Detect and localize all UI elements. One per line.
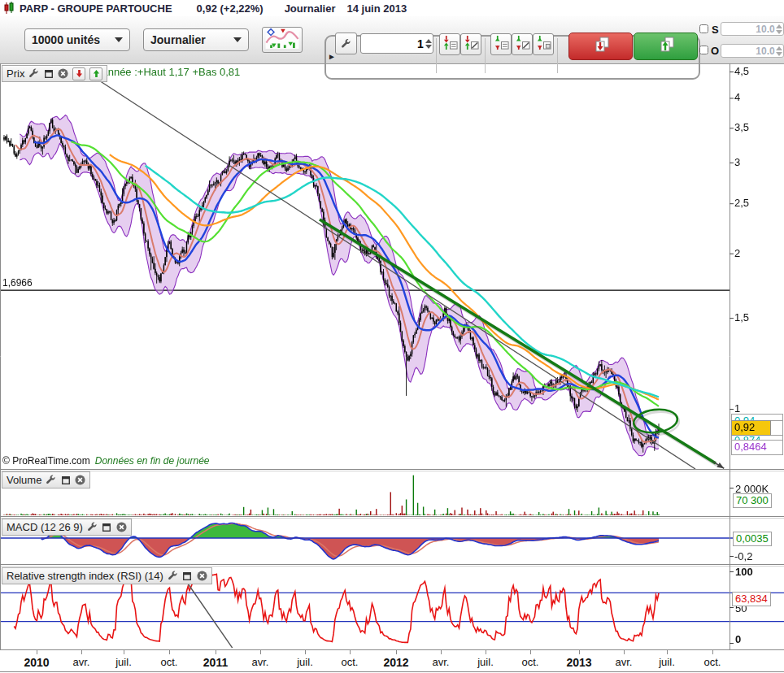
s-value-input[interactable] — [721, 23, 776, 35]
stop-order-icon — [494, 35, 509, 54]
price-axis-tick: 4 — [734, 91, 740, 103]
volume-panel-title: Volume — [7, 474, 41, 486]
limit-order-icon — [442, 35, 458, 54]
window-icon[interactable] — [60, 475, 71, 485]
time-axis-label: oct. — [693, 656, 732, 668]
time-axis-tick-mark — [260, 650, 261, 654]
chart-style-button[interactable] — [262, 27, 303, 53]
quantity-input[interactable] — [361, 34, 425, 53]
limit-order-button-1[interactable] — [439, 33, 460, 55]
price-axis-tick: 3 — [734, 156, 740, 168]
o-value-field[interactable] — [721, 44, 784, 58]
time-axis-tick-mark — [624, 650, 625, 654]
time-axis-label: 2011 — [196, 656, 235, 669]
price-axis-tick: 3,5 — [734, 121, 749, 133]
quantity-stepper[interactable] — [360, 33, 433, 54]
time-axis-label: avr. — [604, 656, 643, 668]
stop-order-edit-icon — [515, 35, 530, 54]
chevron-down-icon — [115, 37, 123, 42]
stepper-up-icon[interactable] — [425, 39, 432, 43]
order-settings-button[interactable] — [335, 33, 357, 54]
objective-checkbox[interactable] — [699, 46, 708, 54]
wrench-icon[interactable] — [28, 68, 39, 79]
candlestick-icon — [3, 2, 15, 15]
s-label: S — [712, 24, 719, 36]
price-panel-header: Prix — [2, 65, 107, 82]
time-axis-label: 2013 — [560, 656, 599, 669]
stepper-down-icon[interactable] — [776, 52, 782, 56]
time-axis-label: avr. — [62, 656, 101, 668]
price-axis-tick: 4,5 — [734, 65, 749, 77]
time-axis-tick-mark — [441, 650, 442, 654]
close-icon[interactable] — [58, 68, 68, 79]
close-icon[interactable] — [75, 475, 85, 485]
time-axis-label: juil. — [104, 656, 143, 668]
units-dropdown[interactable]: 10000 unités — [24, 28, 130, 51]
macd-panel-header: MACD (12 26 9) — [2, 519, 132, 536]
buy-market-button[interactable] — [634, 33, 698, 60]
sell-market-icon — [590, 35, 612, 58]
price-axis-tick: 2 — [734, 247, 740, 259]
window-icon[interactable] — [182, 571, 193, 581]
band-lower-label: 0,8464 — [731, 440, 783, 455]
time-axis-tick-mark — [579, 650, 580, 654]
title-bar: PARP - GROUPE PARTOUCHE 0,92 (+2,22%) Jo… — [0, 0, 784, 17]
rsi-axis-tick-0: 0 — [735, 633, 741, 645]
o-value-input[interactable] — [721, 45, 776, 57]
time-axis-label: avr. — [421, 656, 460, 668]
stepper-up-icon[interactable] — [776, 46, 782, 50]
trading-app-window: PARP - GROUPE PARTOUCHE 0,92 (+2,22%) Jo… — [0, 0, 784, 673]
time-axis-label: juil. — [466, 656, 505, 668]
stop-order-button-3[interactable] — [533, 33, 554, 55]
limit-order-button-2[interactable] — [460, 33, 481, 55]
close-icon[interactable] — [116, 522, 127, 532]
rsi-panel-header: Relative strength index (RSI) (14) — [2, 567, 212, 584]
collapse-arrow-icon[interactable]: ► — [328, 52, 336, 61]
time-axis-tick-mark — [216, 650, 216, 654]
stepper-down-icon[interactable] — [776, 30, 782, 34]
stop-order-button-2[interactable] — [512, 33, 533, 55]
time-axis-label: juil. — [285, 656, 324, 668]
stop-trailing-icon — [536, 35, 551, 54]
time-axis-tick-mark — [37, 650, 37, 654]
arrow-down-icon[interactable] — [72, 67, 85, 80]
price-axis-tick: 2,5 — [734, 197, 749, 209]
instrument-name: PARP - GROUPE PARTOUCHE — [20, 2, 172, 15]
wrench-icon — [341, 38, 351, 49]
price-axis-tick: 1,5 — [734, 311, 749, 323]
window-icon[interactable] — [102, 522, 112, 532]
time-axis-tick-mark — [667, 650, 668, 654]
time-axis: 2010avr.juil.oct.2011avr.juil.oct.2012av… — [0, 649, 784, 672]
buy-market-icon — [656, 35, 677, 58]
time-axis-label: 2012 — [377, 656, 416, 669]
wrench-icon[interactable] — [87, 522, 98, 532]
time-axis-tick-mark — [486, 650, 486, 654]
time-axis-tick-mark — [712, 650, 713, 654]
chart-canvas[interactable] — [0, 63, 784, 650]
year-high-low-annotation: Année :+Haut 1,17 +Bas 0,81 — [101, 66, 240, 78]
volume-current-value: 70 300 — [733, 493, 772, 508]
s-value-field[interactable] — [721, 22, 784, 36]
wrench-icon[interactable] — [168, 571, 178, 581]
stop-checkbox[interactable] — [699, 24, 708, 33]
time-axis-label: 2010 — [17, 656, 56, 669]
timeframe-dropdown[interactable]: Journalier — [143, 28, 249, 51]
time-axis-tick-mark — [124, 650, 124, 654]
time-axis-label: oct. — [150, 656, 189, 668]
arrow-up-icon[interactable] — [89, 67, 102, 80]
price-panel-title: Prix — [7, 67, 24, 80]
chart-style-icon — [265, 28, 299, 52]
timeframe-label: Journalier — [285, 2, 336, 15]
time-axis-label: oct. — [511, 656, 550, 668]
volume-panel-header: Volume — [2, 471, 90, 488]
stop-order-button-1[interactable] — [490, 33, 512, 55]
time-axis-tick-mark — [396, 650, 397, 654]
main-toolbar: 10000 unités Journalier ► — [0, 16, 784, 64]
stepper-down-icon[interactable] — [425, 45, 432, 49]
sell-market-button[interactable] — [568, 33, 633, 60]
stepper-up-icon[interactable] — [776, 24, 782, 28]
window-icon[interactable] — [43, 68, 54, 79]
wrench-icon[interactable] — [46, 475, 56, 485]
close-icon[interactable] — [197, 571, 207, 581]
time-axis-tick-mark — [81, 650, 82, 654]
